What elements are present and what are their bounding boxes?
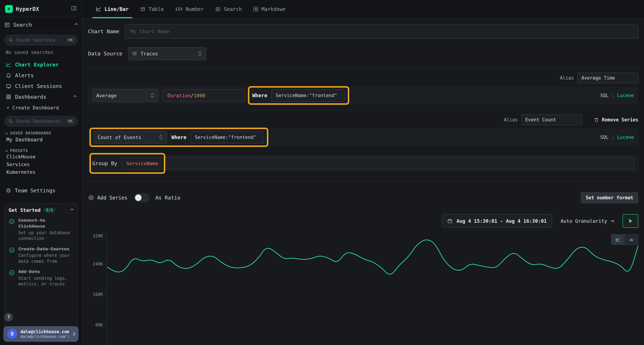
- get-started-item[interactable]: Add Data Start sending logs, metrics, or…: [8, 269, 73, 287]
- screen: HyperDX Search ⌘K No saved searches Char…: [0, 0, 644, 345]
- play-icon: [629, 219, 632, 223]
- collapse-sidebar-icon[interactable]: [71, 5, 77, 13]
- hyperdx-logo-icon: [5, 5, 13, 13]
- chart-editor: Chart Name Data Source Traces Alias: [82, 18, 644, 345]
- dashboard-link-my-dashboard[interactable]: My Dashboard: [4, 135, 78, 144]
- sidebar-item-dashboards[interactable]: Dashboards: [4, 91, 78, 102]
- series2-where-input[interactable]: [191, 131, 264, 143]
- logo-row: HyperDX: [4, 4, 78, 17]
- series2-row: Count of Events Where SQL | Lucene: [88, 129, 638, 146]
- no-saved-searches-text: No saved searches: [6, 50, 77, 55]
- y-tick: 320K: [93, 234, 103, 239]
- app-title: HyperDX: [16, 6, 39, 12]
- group-by-label: Group By: [92, 160, 117, 166]
- series2-aggregation-select[interactable]: Count of Events: [94, 131, 167, 144]
- bar-mode-button[interactable]: [625, 235, 638, 245]
- search-section-header[interactable]: Search: [4, 19, 78, 31]
- get-started-item[interactable]: Connect to ClickHouse Set up your databa…: [8, 218, 73, 242]
- add-series-button[interactable]: Add Series: [88, 195, 128, 201]
- saved-searches-pill[interactable]: ⌘K: [4, 35, 78, 45]
- data-source-label: Data Source: [88, 50, 122, 57]
- set-number-format-button[interactable]: Set number format: [581, 192, 638, 203]
- series1-language-toggle[interactable]: SQL | Lucene: [600, 93, 634, 98]
- magnifier-icon: [8, 37, 13, 42]
- get-started-card: Get Started 3/3 Connect to ClickHouse Se…: [4, 203, 78, 342]
- preset-link-kubernetes[interactable]: Kubernetes: [4, 168, 78, 176]
- chart-type-tabbar: Line/Bar Table 123 Number Search M Markd…: [82, 0, 644, 18]
- sidebar-item-chart-explorer[interactable]: Chart Explorer: [4, 59, 78, 70]
- where-label: Where: [252, 93, 267, 98]
- sidebar-nav: Chart Explorer Alerts Client Sessions Da…: [4, 59, 78, 102]
- series2-language-toggle[interactable]: SQL | Lucene: [600, 135, 634, 140]
- chevron-down-icon: [5, 149, 8, 152]
- where-label: Where: [172, 134, 186, 140]
- alias-label: Alias: [504, 117, 518, 122]
- monitor-icon: [6, 83, 12, 89]
- group-by-input[interactable]: ServiceName: [122, 157, 634, 169]
- divider: [88, 181, 638, 181]
- as-ratio-toggle[interactable]: [134, 193, 149, 202]
- preset-link-clickhouse[interactable]: ClickHouse: [4, 153, 78, 161]
- series1-aggregation-select[interactable]: Average: [92, 89, 158, 102]
- tab-markdown[interactable]: M Markdown: [248, 0, 291, 18]
- number-icon: 123: [175, 7, 182, 11]
- chart-name-input[interactable]: [125, 24, 638, 39]
- saved-dashboards-section-header[interactable]: SAVED DASHBOARDS: [4, 131, 78, 135]
- get-started-progress-badge: 3/3: [44, 208, 55, 213]
- user-menu[interactable]: D dale@clickhouse.com dale@clickhouse.co…: [4, 327, 78, 342]
- traces-icon: [132, 51, 137, 56]
- series2-alias-input[interactable]: [522, 114, 582, 125]
- user-org: dale@clickhouse.com's: [20, 334, 69, 339]
- list-icon: [215, 6, 220, 12]
- saved-searches-input[interactable]: [16, 37, 64, 43]
- series1-field-input[interactable]: Duration/1000: [163, 89, 245, 101]
- presets-section-header[interactable]: PRESETS: [4, 148, 78, 153]
- dashboards-grid-icon: [6, 94, 12, 100]
- group-by-row: Group By ServiceName: [88, 155, 638, 172]
- line-mode-button[interactable]: [612, 235, 625, 245]
- y-tick: 240K: [93, 262, 103, 267]
- sidebar-item-client-sessions[interactable]: Client Sessions: [4, 81, 78, 91]
- saved-dashboards-pill[interactable]: ⌘K: [4, 116, 78, 127]
- granularity-select[interactable]: Auto Granularity: [558, 214, 617, 228]
- chevron-up-icon[interactable]: [70, 208, 74, 212]
- check-circle-icon: [8, 247, 15, 253]
- bell-icon: [6, 73, 12, 78]
- sidebar-item-alerts[interactable]: Alerts: [4, 70, 78, 81]
- gear-icon: ⚙: [6, 188, 11, 194]
- data-source-select[interactable]: Traces: [128, 47, 206, 60]
- chevron-right-icon: [72, 332, 75, 336]
- series1-where-input[interactable]: [272, 89, 345, 101]
- tab-number[interactable]: 123 Number: [170, 0, 210, 18]
- chevron-down-icon: [611, 219, 614, 222]
- check-circle-icon: [8, 270, 15, 276]
- series1-alias-input[interactable]: [578, 73, 638, 83]
- get-started-title: Get Started: [8, 207, 40, 213]
- get-started-item[interactable]: Create Data Sources Configure where your…: [8, 246, 73, 264]
- time-range-picker[interactable]: Aug 4 15:30:01 - Aug 4 16:30:01: [442, 214, 552, 228]
- magnifier-icon: [8, 119, 13, 124]
- chart-display-toggle: [611, 234, 638, 245]
- chevron-up-icon: [74, 23, 78, 27]
- tab-line-bar[interactable]: Line/Bar: [90, 0, 134, 18]
- run-query-button[interactable]: [622, 214, 638, 228]
- remove-series-button[interactable]: Remove Series: [594, 117, 638, 122]
- help-button[interactable]: ?: [4, 313, 13, 322]
- preset-link-services[interactable]: Services: [4, 161, 78, 168]
- y-tick: 160K: [93, 292, 103, 297]
- saved-dashboards-input[interactable]: [16, 118, 64, 124]
- user-email: dale@clickhouse.com: [20, 329, 69, 334]
- y-axis: 320K 240K 160K 80K 0: [88, 234, 106, 345]
- chevron-up-icon: [73, 95, 77, 99]
- search-section-icon: [4, 22, 10, 28]
- sidebar-item-team-settings[interactable]: ⚙ Team Settings: [4, 185, 78, 196]
- tab-table[interactable]: Table: [134, 0, 170, 18]
- line-chart-plot[interactable]: [106, 234, 638, 345]
- divider: [88, 68, 638, 68]
- shortcut-badge: ⌘K: [66, 37, 74, 42]
- chart-explorer-icon: [6, 62, 12, 67]
- stepper-icon: [198, 51, 202, 56]
- tab-search[interactable]: Search: [210, 0, 248, 18]
- create-dashboard-button[interactable]: + Create Dashboard: [4, 103, 78, 112]
- alias-label: Alias: [560, 75, 574, 81]
